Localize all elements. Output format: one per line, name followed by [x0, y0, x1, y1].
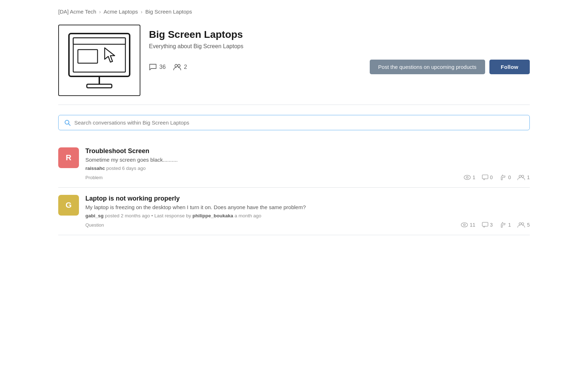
post-excerpt: My laptop is freezing on the desktop whe… [85, 204, 530, 210]
post-footer: Problem 1 [85, 175, 530, 180]
list-item: G Laptop is not working properly My lapt… [58, 188, 530, 235]
svg-point-7 [175, 64, 177, 67]
post-excerpt: Sometime my screen goes black.......... [85, 157, 530, 163]
post-title[interactable]: Laptop is not working properly [85, 195, 530, 202]
eye-icon [461, 222, 468, 227]
conversations-stat: 36 [149, 64, 166, 71]
page-title: Big Screen Laptops [149, 29, 530, 40]
followers-count: 5 [527, 222, 530, 228]
breadcrumb-item-1[interactable]: [DA] Acme Tech [58, 9, 96, 15]
members-stat: 2 [173, 64, 187, 71]
avatar: R [58, 147, 79, 168]
posts-list: R Troubleshoot Screen Sometime my screen… [58, 140, 530, 235]
breadcrumb-sep-2: › [141, 9, 143, 15]
svg-point-19 [519, 223, 521, 225]
comments-count: 3 [490, 222, 493, 228]
search-icon [64, 119, 71, 126]
followers-stat: 5 [517, 222, 530, 228]
breadcrumb-item-2[interactable]: Acme Laptops [104, 9, 138, 15]
likes-count: 0 [508, 175, 511, 180]
like-icon [499, 175, 506, 180]
svg-point-16 [461, 223, 468, 227]
members-icon [173, 64, 181, 71]
svg-point-17 [464, 224, 465, 226]
header-section: Big Screen Laptops Everything about Big … [58, 25, 530, 96]
eye-icon [464, 175, 471, 180]
post-questions-button[interactable]: Post the questions on upcoming products [370, 60, 485, 74]
page-subtitle: Everything about Big Screen Laptops [149, 43, 530, 50]
post-title[interactable]: Troubleshoot Screen [85, 147, 530, 155]
svg-line-10 [69, 124, 70, 126]
header-divider [58, 105, 530, 105]
avatar: G [58, 195, 79, 216]
svg-rect-5 [87, 84, 112, 88]
svg-rect-18 [482, 222, 488, 226]
comments-stat: 0 [482, 175, 493, 180]
comments-count: 0 [490, 175, 493, 180]
conversations-count: 36 [159, 64, 166, 70]
post-meta: raissahc posted 6 days ago [85, 166, 530, 171]
views-count: 1 [473, 175, 475, 180]
likes-count: 1 [508, 222, 511, 228]
likes-stat: 0 [499, 175, 511, 180]
svg-point-12 [466, 177, 468, 178]
breadcrumb-item-3: Big Screen Laptops [145, 9, 192, 15]
followers-icon [517, 175, 525, 180]
svg-rect-2 [73, 38, 125, 44]
svg-point-11 [464, 175, 470, 180]
chat-icon [149, 64, 157, 71]
post-content: Laptop is not working properly My laptop… [85, 195, 530, 228]
stats-area: 36 2 [149, 64, 187, 71]
header-content: Big Screen Laptops Everything about Big … [149, 25, 530, 74]
views-stat: 11 [461, 222, 475, 228]
comments-stat: 3 [482, 222, 493, 228]
breadcrumb-sep-1: › [99, 9, 101, 15]
post-footer: Question 11 [85, 222, 530, 228]
list-item: R Troubleshoot Screen Sometime my screen… [58, 140, 530, 188]
post-content: Troubleshoot Screen Sometime my screen g… [85, 147, 530, 180]
header-actions: 36 2 Post the questions on upcoming prod [149, 60, 530, 74]
category-icon [58, 25, 140, 96]
post-tag: Problem [85, 175, 103, 180]
comment-icon [482, 175, 488, 180]
svg-point-8 [178, 64, 180, 67]
followers-icon [517, 222, 525, 228]
views-count: 11 [470, 222, 475, 228]
post-tag: Question [85, 222, 104, 228]
buttons-area: Post the questions on upcoming products … [370, 60, 530, 74]
svg-rect-3 [78, 50, 98, 63]
followers-stat: 1 [517, 175, 530, 180]
svg-point-20 [522, 223, 524, 225]
search-input[interactable] [74, 120, 524, 126]
post-meta: gabi_sg posted 2 months ago • Last respo… [85, 213, 530, 218]
post-stats: 1 0 0 [464, 175, 530, 180]
likes-stat: 1 [499, 222, 511, 228]
breadcrumb: [DA] Acme Tech › Acme Laptops › Big Scre… [58, 9, 530, 15]
like-icon [499, 222, 506, 228]
follow-button[interactable]: Follow [489, 60, 530, 74]
comment-icon [482, 222, 488, 228]
post-stats: 11 3 1 [461, 222, 530, 228]
svg-point-14 [519, 175, 521, 177]
svg-rect-13 [482, 175, 488, 179]
views-stat: 1 [464, 175, 475, 180]
followers-count: 1 [527, 175, 530, 180]
svg-point-15 [522, 175, 524, 177]
search-bar [58, 115, 530, 130]
members-count: 2 [184, 64, 187, 70]
